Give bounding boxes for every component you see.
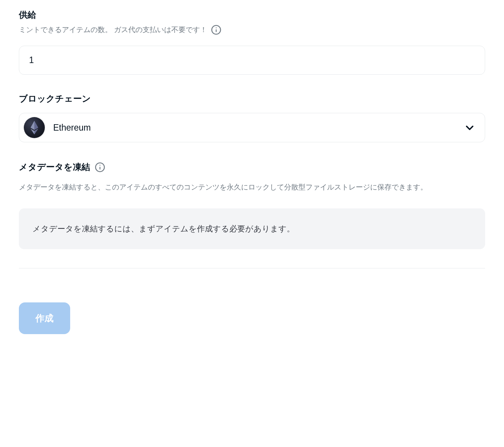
svg-point-2 bbox=[216, 28, 217, 28]
divider bbox=[19, 268, 485, 268]
supply-description-text: ミントできるアイテムの数。 ガス代の支払いは不要です！ bbox=[19, 25, 207, 35]
supply-description: ミントできるアイテムの数。 ガス代の支払いは不要です！ bbox=[19, 25, 485, 35]
freeze-description: メタデータを凍結すると、このアイテムのすべてのコンテンツを永久にロックして分散型… bbox=[19, 181, 485, 193]
blockchain-label: ブロックチェーン bbox=[19, 93, 485, 105]
info-icon[interactable] bbox=[211, 25, 221, 35]
blockchain-selected-value: Ethereum bbox=[53, 123, 91, 133]
supply-section: 供給 ミントできるアイテムの数。 ガス代の支払いは不要です！ bbox=[19, 9, 485, 75]
freeze-metadata-section: メタデータを凍結 メタデータを凍結すると、このアイテムのすべてのコンテンツを永久… bbox=[19, 161, 485, 249]
blockchain-section: ブロックチェーン Ethereum bbox=[19, 93, 485, 142]
blockchain-select[interactable]: Ethereum bbox=[19, 113, 485, 142]
create-button[interactable]: 作成 bbox=[19, 302, 70, 334]
freeze-label: メタデータを凍結 bbox=[19, 161, 485, 173]
ethereum-icon bbox=[24, 117, 45, 138]
svg-point-5 bbox=[100, 165, 100, 165]
blockchain-select-left: Ethereum bbox=[24, 117, 91, 138]
freeze-notice: メタデータを凍結するには、まずアイテムを作成する必要があります。 bbox=[19, 208, 485, 249]
chevron-down-icon bbox=[464, 122, 475, 133]
supply-label: 供給 bbox=[19, 9, 485, 21]
info-icon[interactable] bbox=[95, 162, 105, 173]
supply-input[interactable] bbox=[19, 46, 485, 75]
freeze-label-text: メタデータを凍結 bbox=[19, 161, 90, 173]
